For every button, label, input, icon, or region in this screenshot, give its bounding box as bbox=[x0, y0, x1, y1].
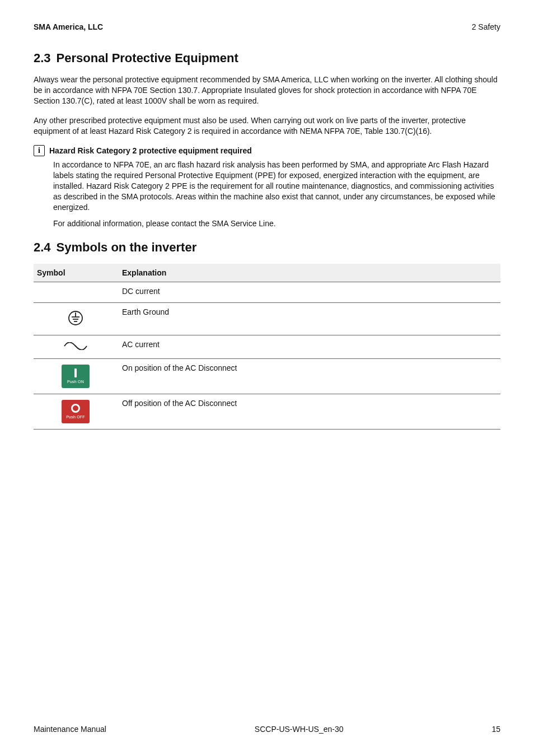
section-number: 2.3 bbox=[34, 51, 51, 65]
symbol-cell bbox=[34, 335, 118, 358]
table-row: DC current bbox=[34, 282, 500, 302]
explanation-cell: Earth Ground bbox=[118, 302, 500, 335]
table-row: AC current bbox=[34, 335, 500, 358]
footer-left: Maintenance Manual bbox=[34, 725, 106, 734]
section-2-4-heading: 2.4Symbols on the inverter bbox=[34, 240, 500, 255]
paragraph: In accordance to NFPA 70E, an arc flash … bbox=[53, 160, 500, 212]
explanation-cell: Off position of the AC Disconnect bbox=[118, 394, 500, 429]
table-row: Push ON On position of the AC Disconnect bbox=[34, 358, 500, 394]
footer-right: 15 bbox=[491, 725, 500, 734]
section-2-3-heading: 2.3Personal Protective Equipment bbox=[34, 51, 500, 66]
page-header: SMA America, LLC 2 Safety bbox=[34, 22, 500, 31]
info-title: Hazard Risk Category 2 protective equipm… bbox=[49, 146, 252, 155]
info-block: i Hazard Risk Category 2 protective equi… bbox=[34, 145, 500, 234]
paragraph: Any other prescribed protective equipmen… bbox=[34, 115, 500, 137]
symbols-table: Symbol Explanation DC current bbox=[34, 264, 500, 430]
paragraph: Always wear the personal protective equi… bbox=[34, 74, 500, 106]
info-body: In accordance to NFPA 70E, an arc flash … bbox=[53, 160, 500, 228]
section-number: 2.4 bbox=[34, 240, 51, 254]
section-ref: 2 Safety bbox=[472, 22, 500, 31]
section-title: Personal Protective Equipment bbox=[57, 51, 238, 65]
symbol-cell: Push OFF bbox=[34, 394, 118, 429]
info-title-row: i Hazard Risk Category 2 protective equi… bbox=[34, 145, 500, 156]
push-on-label: Push ON bbox=[67, 380, 84, 384]
page-footer: Maintenance Manual SCCP-US-WH-US_en-30 1… bbox=[34, 725, 500, 734]
symbol-cell: Push ON bbox=[34, 358, 118, 394]
explanation-cell: On position of the AC Disconnect bbox=[118, 358, 500, 394]
table-row: Push OFF Off position of the AC Disconne… bbox=[34, 394, 500, 429]
page: SMA America, LLC 2 Safety 2.3Personal Pr… bbox=[0, 0, 534, 756]
push-off-icon: Push OFF bbox=[62, 400, 90, 423]
table-row: Earth Ground bbox=[34, 302, 500, 335]
push-on-icon: Push ON bbox=[62, 365, 90, 388]
footer-center: SCCP-US-WH-US_en-30 bbox=[255, 725, 344, 734]
symbol-cell bbox=[34, 282, 118, 302]
earth-ground-icon bbox=[67, 319, 84, 328]
company-name: SMA America, LLC bbox=[34, 22, 103, 31]
ac-current-icon bbox=[63, 343, 88, 352]
explanation-cell: AC current bbox=[118, 335, 500, 358]
section-title: Symbols on the inverter bbox=[57, 240, 197, 254]
info-icon: i bbox=[34, 145, 45, 156]
paragraph: For additional information, please conta… bbox=[53, 218, 500, 229]
symbol-cell bbox=[34, 302, 118, 335]
col-explanation: Explanation bbox=[118, 264, 500, 282]
col-symbol: Symbol bbox=[34, 264, 118, 282]
explanation-cell: DC current bbox=[118, 282, 500, 302]
push-off-label: Push OFF bbox=[66, 415, 85, 419]
table-header-row: Symbol Explanation bbox=[34, 264, 500, 282]
